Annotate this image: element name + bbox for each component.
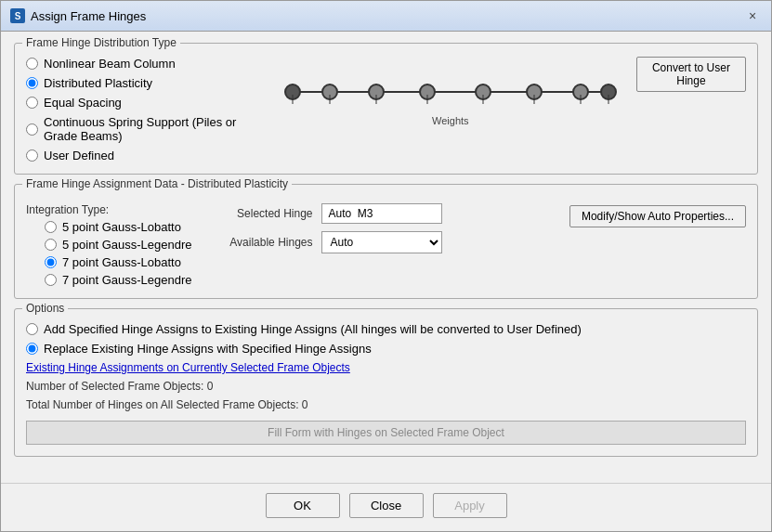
integration-radios: 5 point Gauss-Lobatto 5 point Gauss-Lege… [45,220,191,287]
tick-3 [375,95,376,104]
dialog-title: Assign Frame Hinges [31,9,146,23]
radio-5gleg[interactable]: 5 point Gauss-Legendre [45,238,191,252]
existing-assignments-link[interactable]: Existing Hinge Assignments on Currently … [26,361,746,374]
beam-line [293,91,608,93]
radio-nonlinear-label: Nonlinear Beam Column [44,57,176,71]
replace-option-label: Replace Existing Hinge Assigns with Spec… [44,342,372,356]
radio-nonlinear[interactable]: Nonlinear Beam Column [26,57,265,71]
radio-user-label: User Defined [44,149,114,162]
radio-spring[interactable]: Continuous Spring Support (Piles or Grad… [26,115,265,143]
radio-replace-option[interactable]: Replace Existing Hinge Assigns with Spec… [26,342,746,356]
apply-button[interactable]: Apply [433,493,507,518]
fill-form-button[interactable]: Fill Form with Hinges on Selected Frame … [26,421,746,445]
convert-btn-area: Convert to User Hinge [636,57,746,94]
options-content: Add Specified Hinge Assigns to Existing … [26,322,746,445]
modify-show-properties-button[interactable]: Modify/Show Auto Properties... [569,205,746,227]
num-selected-label: Number of Selected Frame Objects: 0 [26,380,746,393]
options-group: Options Add Specified Hinge Assigns to E… [14,308,758,457]
beam-diagram: Weights [283,71,618,126]
radio-7gl-label: 7 point Gauss-Lobatto [62,255,181,269]
radio-5gl-label: 5 point Gauss-Lobatto [62,220,181,234]
ok-button[interactable]: OK [266,493,340,518]
available-hinges-select[interactable]: Auto [321,231,442,253]
available-hinges-row: Available Hinges Auto [210,231,550,253]
radio-5gleg-label: 5 point Gauss-Legendre [62,238,191,252]
distribution-type-content: Nonlinear Beam Column Distributed Plasti… [26,57,746,162]
tick-5 [482,95,483,104]
radio-5gl[interactable]: 5 point Gauss-Lobatto [45,220,191,234]
tick-6 [533,95,534,104]
modify-btn-col: Modify/Show Auto Properties... [569,203,746,287]
selected-hinge-label: Selected Hinge [210,207,312,220]
dialog-content: Frame Hinge Distribution Type Nonlinear … [1,32,771,483]
assignment-content: Integration Type: 5 point Gauss-Lobatto … [26,203,746,287]
weights-label: Weights [432,115,469,126]
tick-8 [608,95,608,104]
radio-7gl[interactable]: 7 point Gauss-Lobatto [45,255,191,269]
radio-equal[interactable]: Equal Spacing [26,96,265,110]
radio-equal-label: Equal Spacing [44,96,122,110]
convert-to-user-hinge-button[interactable]: Convert to User Hinge [636,57,746,92]
options-title: Options [22,302,68,315]
radio-distributed[interactable]: Distributed Plasticity [26,76,265,90]
integration-col: Integration Type: 5 point Gauss-Lobatto … [26,203,191,287]
tick-7 [580,95,581,104]
selected-hinge-row: Selected Hinge [210,203,550,224]
radio-spring-label: Continuous Spring Support (Piles or Grad… [44,115,265,143]
tick-2 [329,95,330,104]
radio-distributed-label: Distributed Plasticity [44,76,152,90]
radio-user[interactable]: User Defined [26,149,265,162]
integration-label: Integration Type: [26,203,191,216]
close-button[interactable]: Close [349,493,424,518]
add-option-label: Add Specified Hinge Assigns to Existing … [44,322,582,336]
distribution-type-title: Frame Hinge Distribution Type [22,36,180,49]
assign-frame-hinges-dialog: S Assign Frame Hinges × Frame Hinge Dist… [0,0,772,532]
distribution-type-group: Frame Hinge Distribution Type Nonlinear … [14,43,758,175]
app-icon: S [10,8,25,23]
selected-hinge-input[interactable] [321,203,442,224]
radio-7gleg-label: 7 point Gauss-Legendre [62,273,191,287]
tick-1 [292,95,293,104]
total-hinges-label: Total Number of Hinges on All Selected F… [26,398,746,411]
distribution-radio-list: Nonlinear Beam Column Distributed Plasti… [26,57,265,162]
beam-diagram-area: Weights [283,57,618,140]
button-bar: OK Close Apply [1,483,771,531]
available-hinges-label: Available Hinges [210,236,312,249]
close-icon[interactable]: × [743,6,762,25]
tick-4 [426,95,427,104]
assignment-data-title: Frame Hinge Assignment Data - Distribute… [22,177,292,190]
radio-add-option[interactable]: Add Specified Hinge Assigns to Existing … [26,322,746,336]
hinge-col: Selected Hinge Available Hinges Auto [210,203,550,287]
assignment-data-group: Frame Hinge Assignment Data - Distribute… [14,184,758,299]
title-bar: S Assign Frame Hinges × [1,1,771,32]
title-bar-left: S Assign Frame Hinges [10,8,146,23]
radio-7gleg[interactable]: 7 point Gauss-Legendre [45,273,191,287]
